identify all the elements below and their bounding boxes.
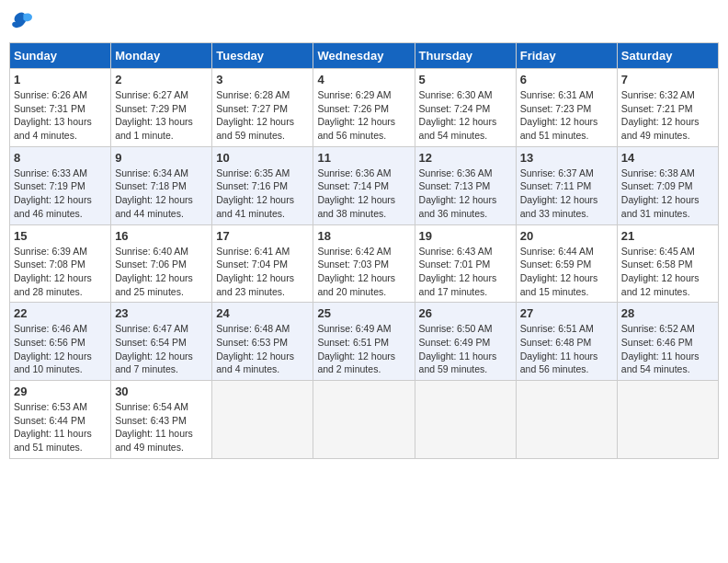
day-info: Sunrise: 6:39 AM Sunset: 7:08 PM Dayligh… [14,245,107,299]
calendar-week-3: 15Sunrise: 6:39 AM Sunset: 7:08 PM Dayli… [10,224,719,303]
calendar-cell: 8Sunrise: 6:33 AM Sunset: 7:19 PM Daylig… [10,146,111,224]
day-number: 1 [14,73,107,86]
day-info: Sunrise: 6:54 AM Sunset: 6:43 PM Dayligh… [115,400,208,454]
day-number: 18 [317,229,410,243]
day-number: 26 [419,306,512,320]
day-info: Sunrise: 6:44 AM Sunset: 6:59 PM Dayligh… [520,245,613,299]
day-number: 2 [115,73,208,86]
day-info: Sunrise: 6:45 AM Sunset: 6:58 PM Dayligh… [621,245,714,299]
day-number: 25 [317,306,410,320]
calendar-cell [313,381,415,459]
day-info: Sunrise: 6:47 AM Sunset: 6:54 PM Dayligh… [115,322,208,376]
calendar-cell: 17Sunrise: 6:41 AM Sunset: 7:04 PM Dayli… [212,224,313,303]
calendar-cell [516,381,617,459]
calendar-week-5: 29Sunrise: 6:53 AM Sunset: 6:44 PM Dayli… [10,381,719,459]
logo-icon [9,9,35,35]
calendar-cell: 2Sunrise: 6:27 AM Sunset: 7:29 PM Daylig… [111,69,212,147]
calendar-cell: 9Sunrise: 6:34 AM Sunset: 7:18 PM Daylig… [111,146,212,224]
day-info: Sunrise: 6:52 AM Sunset: 6:46 PM Dayligh… [621,322,714,376]
day-info: Sunrise: 6:34 AM Sunset: 7:18 PM Dayligh… [115,167,208,221]
header-friday: Friday [516,43,617,69]
day-info: Sunrise: 6:43 AM Sunset: 7:01 PM Dayligh… [419,245,512,299]
calendar-cell: 28Sunrise: 6:52 AM Sunset: 6:46 PM Dayli… [617,303,718,381]
day-info: Sunrise: 6:35 AM Sunset: 7:16 PM Dayligh… [216,167,309,221]
header-monday: Monday [111,43,212,69]
calendar-week-2: 8Sunrise: 6:33 AM Sunset: 7:19 PM Daylig… [10,146,719,224]
day-info: Sunrise: 6:40 AM Sunset: 7:06 PM Dayligh… [115,245,208,299]
calendar-cell: 18Sunrise: 6:42 AM Sunset: 7:03 PM Dayli… [313,224,415,303]
header-saturday: Saturday [617,43,718,69]
header-wednesday: Wednesday [313,43,415,69]
day-info: Sunrise: 6:49 AM Sunset: 6:51 PM Dayligh… [317,322,410,376]
day-info: Sunrise: 6:50 AM Sunset: 6:49 PM Dayligh… [419,322,512,376]
calendar-cell: 13Sunrise: 6:37 AM Sunset: 7:11 PM Dayli… [516,146,617,224]
day-number: 24 [216,306,309,320]
day-number: 4 [317,73,410,86]
day-info: Sunrise: 6:38 AM Sunset: 7:09 PM Dayligh… [621,167,714,221]
day-info: Sunrise: 6:41 AM Sunset: 7:04 PM Dayligh… [216,245,309,299]
day-info: Sunrise: 6:42 AM Sunset: 7:03 PM Dayligh… [317,245,410,299]
day-info: Sunrise: 6:53 AM Sunset: 6:44 PM Dayligh… [14,400,107,454]
day-info: Sunrise: 6:29 AM Sunset: 7:26 PM Dayligh… [317,88,410,143]
day-number: 6 [520,73,613,86]
calendar-cell: 3Sunrise: 6:28 AM Sunset: 7:27 PM Daylig… [212,69,313,147]
logo [9,9,39,35]
calendar-cell: 4Sunrise: 6:29 AM Sunset: 7:26 PM Daylig… [313,69,415,147]
calendar-cell [415,381,516,459]
calendar-cell: 16Sunrise: 6:40 AM Sunset: 7:06 PM Dayli… [111,224,212,303]
calendar-cell: 26Sunrise: 6:50 AM Sunset: 6:49 PM Dayli… [415,303,516,381]
calendar-week-4: 22Sunrise: 6:46 AM Sunset: 6:56 PM Dayli… [10,303,719,381]
header-sunday: Sunday [10,43,111,69]
day-info: Sunrise: 6:48 AM Sunset: 6:53 PM Dayligh… [216,322,309,376]
calendar-cell: 15Sunrise: 6:39 AM Sunset: 7:08 PM Dayli… [10,224,111,303]
day-number: 17 [216,229,309,243]
calendar-cell: 6Sunrise: 6:31 AM Sunset: 7:23 PM Daylig… [516,69,617,147]
calendar-cell: 25Sunrise: 6:49 AM Sunset: 6:51 PM Dayli… [313,303,415,381]
day-number: 20 [520,229,613,243]
calendar-cell: 23Sunrise: 6:47 AM Sunset: 6:54 PM Dayli… [111,303,212,381]
calendar-week-1: 1Sunrise: 6:26 AM Sunset: 7:31 PM Daylig… [10,69,719,147]
calendar-cell: 20Sunrise: 6:44 AM Sunset: 6:59 PM Dayli… [516,224,617,303]
day-number: 15 [14,229,107,243]
day-number: 11 [317,151,410,165]
header [9,9,719,35]
calendar-cell [617,381,718,459]
day-number: 7 [621,73,714,86]
calendar-cell: 24Sunrise: 6:48 AM Sunset: 6:53 PM Dayli… [212,303,313,381]
day-info: Sunrise: 6:36 AM Sunset: 7:14 PM Dayligh… [317,167,410,221]
day-info: Sunrise: 6:51 AM Sunset: 6:48 PM Dayligh… [520,322,613,376]
day-number: 16 [115,229,208,243]
calendar: SundayMondayTuesdayWednesdayThursdayFrid… [9,42,719,459]
day-number: 14 [621,151,714,165]
day-number: 9 [115,151,208,165]
calendar-cell: 5Sunrise: 6:30 AM Sunset: 7:24 PM Daylig… [415,69,516,147]
day-info: Sunrise: 6:36 AM Sunset: 7:13 PM Dayligh… [419,167,512,221]
day-number: 13 [520,151,613,165]
day-number: 10 [216,151,309,165]
day-number: 28 [621,306,714,320]
day-info: Sunrise: 6:28 AM Sunset: 7:27 PM Dayligh… [216,88,309,143]
day-number: 12 [419,151,512,165]
day-info: Sunrise: 6:33 AM Sunset: 7:19 PM Dayligh… [14,167,107,221]
calendar-cell: 7Sunrise: 6:32 AM Sunset: 7:21 PM Daylig… [617,69,718,147]
day-info: Sunrise: 6:26 AM Sunset: 7:31 PM Dayligh… [14,88,107,143]
calendar-cell: 10Sunrise: 6:35 AM Sunset: 7:16 PM Dayli… [212,146,313,224]
day-info: Sunrise: 6:30 AM Sunset: 7:24 PM Dayligh… [419,88,512,143]
day-number: 30 [115,385,208,398]
day-number: 8 [14,151,107,165]
day-number: 27 [520,306,613,320]
calendar-header-row: SundayMondayTuesdayWednesdayThursdayFrid… [10,43,719,69]
calendar-cell [212,381,313,459]
calendar-cell: 27Sunrise: 6:51 AM Sunset: 6:48 PM Dayli… [516,303,617,381]
day-info: Sunrise: 6:27 AM Sunset: 7:29 PM Dayligh… [115,88,208,143]
calendar-cell: 21Sunrise: 6:45 AM Sunset: 6:58 PM Dayli… [617,224,718,303]
day-number: 23 [115,306,208,320]
calendar-cell: 12Sunrise: 6:36 AM Sunset: 7:13 PM Dayli… [415,146,516,224]
day-info: Sunrise: 6:37 AM Sunset: 7:11 PM Dayligh… [520,167,613,221]
day-number: 5 [419,73,512,86]
calendar-cell: 30Sunrise: 6:54 AM Sunset: 6:43 PM Dayli… [111,381,212,459]
calendar-cell: 14Sunrise: 6:38 AM Sunset: 7:09 PM Dayli… [617,146,718,224]
day-info: Sunrise: 6:31 AM Sunset: 7:23 PM Dayligh… [520,88,613,143]
day-number: 3 [216,73,309,86]
day-number: 21 [621,229,714,243]
